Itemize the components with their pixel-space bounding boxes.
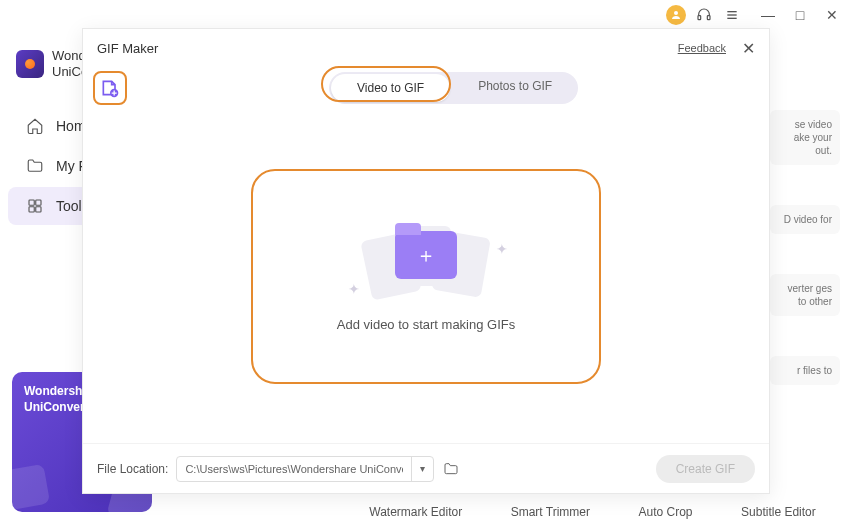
add-file-icon [100, 78, 120, 98]
tools-icon [26, 197, 44, 215]
modal-title: GIF Maker [97, 41, 158, 56]
card-strip: se video ake your out. D video for verte… [770, 110, 840, 425]
file-location-field: ▾ [176, 456, 434, 482]
browse-folder-button[interactable] [442, 460, 460, 478]
drop-text: Add video to start making GIFs [337, 317, 515, 332]
tool-watermark[interactable]: Watermark Editor [369, 505, 462, 519]
plus-icon: ＋ [416, 242, 436, 269]
gif-maker-modal: GIF Maker Feedback ✕ Video to GIF Photos… [82, 28, 770, 494]
file-location-label: File Location: [97, 462, 168, 476]
tool-subtitle[interactable]: Subtitle Editor [741, 505, 816, 519]
folder-add-icon: ＋ [395, 231, 457, 279]
svg-point-0 [674, 11, 678, 15]
sparkle-icon: ✦ [348, 281, 360, 297]
user-avatar[interactable] [666, 5, 686, 25]
svg-rect-7 [36, 200, 41, 205]
file-location-input[interactable] [177, 463, 411, 475]
tab-photos-to-gif[interactable]: Photos to GIF [452, 72, 578, 104]
svg-rect-2 [707, 16, 710, 20]
modal-close-button[interactable]: ✕ [742, 39, 755, 58]
titlebar: — □ ✕ [0, 0, 850, 30]
feedback-link[interactable]: Feedback [678, 42, 726, 54]
window-controls: — □ ✕ [760, 7, 840, 23]
tab-video-to-gif[interactable]: Video to GIF [331, 74, 450, 102]
chevron-down-icon: ▾ [420, 463, 425, 474]
tool-autocrop[interactable]: Auto Crop [639, 505, 693, 519]
bottom-tools: Watermark Editor Smart Trimmer Auto Crop… [345, 505, 840, 519]
home-icon [26, 117, 44, 135]
modal-toolbar: Video to GIF Photos to GIF [83, 67, 769, 109]
tool-trimmer[interactable]: Smart Trimmer [511, 505, 590, 519]
folder-open-icon [443, 461, 459, 477]
svg-rect-9 [36, 207, 41, 212]
brand-icon [16, 50, 44, 78]
sparkle-icon: ✦ [496, 241, 508, 257]
tab-wrap: Video to GIF Photos to GIF [329, 72, 578, 104]
close-button[interactable]: ✕ [824, 7, 840, 23]
path-dropdown-button[interactable]: ▾ [411, 457, 433, 481]
main-window: — □ ✕ Wondersh UniConve Home My Fil To [0, 0, 850, 527]
create-gif-button[interactable]: Create GIF [656, 455, 755, 483]
svg-rect-6 [29, 200, 34, 205]
user-icon [670, 9, 682, 21]
card-peek-1: se video ake your out. [770, 110, 840, 165]
modal-header: GIF Maker Feedback ✕ [83, 29, 769, 67]
add-file-button[interactable] [93, 71, 127, 105]
card-peek-2: D video for [770, 205, 840, 234]
mode-tabs: Video to GIF Photos to GIF [329, 72, 578, 104]
folder-icon [26, 157, 44, 175]
card-peek-3: verter ges to other [770, 274, 840, 316]
menu-icon[interactable] [722, 5, 742, 25]
minimize-button[interactable]: — [760, 7, 776, 23]
promo-deco2 [12, 464, 50, 510]
drop-area[interactable]: ✦ ✦ ＋ Add video to start making GIFs [251, 169, 601, 384]
card-peek-4: r files to [770, 356, 840, 385]
headset-icon[interactable] [694, 5, 714, 25]
svg-rect-1 [698, 16, 701, 20]
svg-rect-8 [29, 207, 34, 212]
modal-footer: File Location: ▾ Create GIF [83, 443, 769, 493]
maximize-button[interactable]: □ [792, 7, 808, 23]
